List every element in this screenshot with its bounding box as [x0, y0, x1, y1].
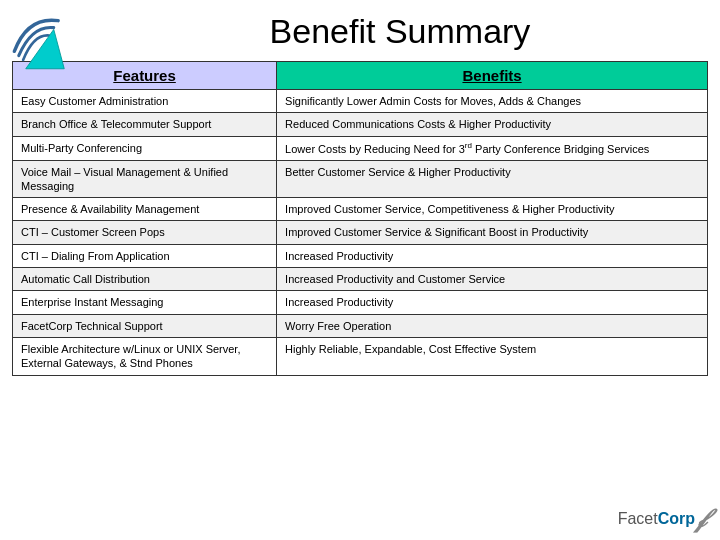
- page-container: Benefit Summary Features Benefits Easy C…: [0, 0, 720, 540]
- feature-cell: Enterprise Instant Messaging: [13, 291, 277, 314]
- benefit-cell: Worry Free Operation: [277, 314, 708, 337]
- feature-cell: Easy Customer Administration: [13, 90, 277, 113]
- feature-cell: Multi-Party Conferencing: [13, 136, 277, 160]
- feature-cell: CTI – Customer Screen Pops: [13, 221, 277, 244]
- table-body: Easy Customer AdministrationSignificantl…: [13, 90, 708, 376]
- benefit-cell: Increased Productivity and Customer Serv…: [277, 268, 708, 291]
- benefit-cell: Reduced Communications Costs & Higher Pr…: [277, 113, 708, 136]
- benefit-cell: Increased Productivity: [277, 291, 708, 314]
- table-row: Branch Office & Telecommuter SupportRedu…: [13, 113, 708, 136]
- benefit-cell: Improved Customer Service & Significant …: [277, 221, 708, 244]
- benefit-cell: Better Customer Service & Higher Product…: [277, 160, 708, 198]
- logo-area: [10, 10, 90, 80]
- table-row: Voice Mail – Visual Management & Unified…: [13, 160, 708, 198]
- benefit-table: Features Benefits Easy Customer Administ…: [12, 61, 708, 376]
- table-row: Flexible Architecture w/Linux or UNIX Se…: [13, 337, 708, 375]
- table-row: CTI – Customer Screen PopsImproved Custo…: [13, 221, 708, 244]
- benefit-cell: Improved Customer Service, Competitivene…: [277, 198, 708, 221]
- benefit-cell: Increased Productivity: [277, 244, 708, 267]
- table-row: Easy Customer AdministrationSignificantl…: [13, 90, 708, 113]
- feature-cell: FacetCorp Technical Support: [13, 314, 277, 337]
- logo-icon: [10, 10, 80, 75]
- footer-brand: FacetCorp 𝒻: [618, 503, 706, 534]
- table-header-row: Features Benefits: [13, 62, 708, 90]
- table-row: Multi-Party ConferencingLower Costs by R…: [13, 136, 708, 160]
- facet-label: Facet: [618, 510, 658, 528]
- benefits-header: Benefits: [277, 62, 708, 90]
- benefit-cell: Lower Costs by Reducing Need for 3rd Par…: [277, 136, 708, 160]
- table-row: Enterprise Instant MessagingIncreased Pr…: [13, 291, 708, 314]
- feature-cell: Voice Mail – Visual Management & Unified…: [13, 160, 277, 198]
- feature-cell: Branch Office & Telecommuter Support: [13, 113, 277, 136]
- feature-cell: Automatic Call Distribution: [13, 268, 277, 291]
- feature-cell: Flexible Architecture w/Linux or UNIX Se…: [13, 337, 277, 375]
- feature-cell: Presence & Availability Management: [13, 198, 277, 221]
- feature-cell: CTI – Dialing From Application: [13, 244, 277, 267]
- table-row: Automatic Call DistributionIncreased Pro…: [13, 268, 708, 291]
- table-row: FacetCorp Technical SupportWorry Free Op…: [13, 314, 708, 337]
- benefit-cell: Highly Reliable, Expandable, Cost Effect…: [277, 337, 708, 375]
- benefit-cell: Significantly Lower Admin Costs for Move…: [277, 90, 708, 113]
- table-container: Features Benefits Easy Customer Administ…: [12, 61, 708, 376]
- table-row: CTI – Dialing From ApplicationIncreased …: [13, 244, 708, 267]
- table-row: Presence & Availability ManagementImprov…: [13, 198, 708, 221]
- footer-f-logo: 𝒻: [698, 503, 706, 534]
- page-title: Benefit Summary: [80, 0, 720, 61]
- corp-label: Corp: [658, 510, 695, 528]
